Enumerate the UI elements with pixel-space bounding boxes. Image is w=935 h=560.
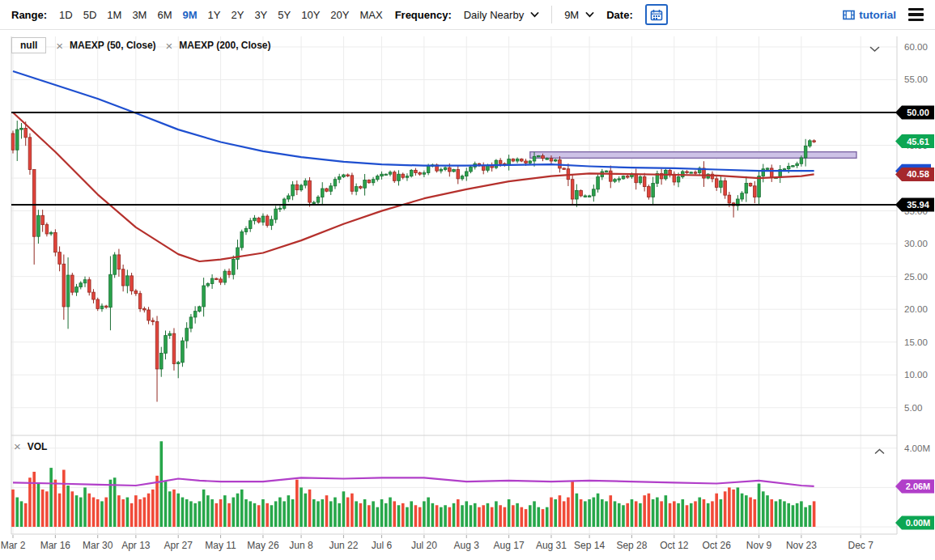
toolbar-right: tutorial (843, 4, 925, 25)
svg-text:Mar 30: Mar 30 (83, 540, 113, 551)
gridlines (11, 36, 897, 534)
svg-text:Oct 26: Oct 26 (702, 540, 731, 551)
x-axis-labels: Mar 2Mar 16Mar 30Apr 13Apr 27May 11May 2… (1, 535, 874, 551)
range-label: Range: (11, 9, 47, 21)
period-value: 9M (564, 9, 579, 21)
frequency-dropdown[interactable]: Daily Nearby (464, 9, 539, 21)
svg-text:Aug 31: Aug 31 (536, 540, 567, 551)
svg-text:Jun 22: Jun 22 (329, 540, 358, 551)
svg-text:May 11: May 11 (205, 540, 236, 551)
svg-text:50.00: 50.00 (907, 108, 929, 117)
toolbar-divider (551, 6, 552, 23)
svg-text:60.00: 60.00 (904, 42, 928, 52)
study-label: MAEXP (50, Close) (70, 40, 155, 51)
svg-text:10.00: 10.00 (904, 370, 928, 380)
axis-badges: 50.0035.9440.5845.612.06M0.00M (895, 106, 934, 530)
price-panel-legend: null × MAEXP (50, Close) × MAEXP (200, C… (11, 37, 271, 53)
svg-text:Aug 17: Aug 17 (494, 540, 525, 551)
chevron-down-icon (869, 46, 880, 53)
candlestick-series (11, 121, 815, 401)
svg-text:Aug 3: Aug 3 (454, 540, 480, 551)
svg-text:Mar 16: Mar 16 (40, 540, 71, 551)
svg-text:Sep 14: Sep 14 (574, 540, 605, 551)
svg-text:Jun 8: Jun 8 (289, 540, 313, 551)
film-tutorial-icon (843, 10, 855, 20)
range-option-1y[interactable]: 1Y (208, 9, 221, 21)
svg-text:Jul 20: Jul 20 (411, 540, 437, 551)
svg-text:Apr 27: Apr 27 (164, 540, 193, 551)
volume-panel-collapse-button[interactable] (873, 443, 886, 459)
remove-study-icon[interactable]: × (166, 40, 173, 52)
svg-text:Nov 23: Nov 23 (786, 540, 817, 551)
range-option-6m[interactable]: 6M (157, 9, 172, 21)
study-maexp-200: × MAEXP (200, Close) (166, 40, 271, 52)
calendar-icon (650, 9, 663, 21)
annotations (530, 152, 856, 159)
chevron-down-icon (530, 12, 539, 18)
price-axis-labels: 60.0055.0050.0045.0040.0035.0030.0025.00… (904, 42, 930, 453)
svg-text:Dec 7: Dec 7 (848, 540, 874, 551)
volume-ma-line (13, 477, 814, 486)
volume-panel-legend: × VOL (14, 440, 47, 452)
range-option-9m[interactable]: 9M (183, 9, 198, 21)
range-option-5y[interactable]: 5Y (278, 9, 291, 21)
study-label: MAEXP (200, Close) (179, 40, 270, 51)
range-option-10y[interactable]: 10Y (301, 9, 320, 21)
study-maexp-50: × MAEXP (50, Close) (56, 40, 155, 52)
volume-ma (13, 477, 814, 486)
chevron-down-icon (585, 12, 594, 18)
svg-text:25.00: 25.00 (904, 272, 928, 282)
svg-text:4.00M: 4.00M (904, 443, 930, 453)
range-option-3y[interactable]: 3Y (254, 9, 267, 21)
svg-text:55.00: 55.00 (904, 74, 928, 84)
svg-text:Mar 2: Mar 2 (1, 540, 26, 551)
ma50-line (13, 112, 814, 261)
chevron-up-icon (874, 448, 885, 455)
svg-text:20.00: 20.00 (904, 304, 928, 314)
chart-canvas: 60.0055.0050.0045.0040.0035.0030.0025.00… (0, 0, 935, 560)
study-label: VOL (28, 441, 48, 452)
svg-text:May 26: May 26 (247, 540, 279, 551)
rectangle-annotation (530, 152, 856, 159)
symbol-chip[interactable]: null (11, 37, 46, 53)
svg-text:35.94: 35.94 (907, 200, 929, 210)
date-label: Date: (606, 9, 633, 21)
svg-text:Nov 9: Nov 9 (746, 540, 772, 551)
svg-text:15.00: 15.00 (904, 337, 928, 347)
range-option-20y[interactable]: 20Y (330, 9, 349, 21)
period-dropdown[interactable]: 9M (564, 9, 594, 21)
range-option-2y[interactable]: 2Y (231, 9, 244, 21)
range-options: 1D5D1M3M6M9M1Y2Y3Y5Y10Y20YMAX (59, 9, 383, 21)
hamburger-menu-icon[interactable] (907, 4, 925, 25)
svg-text:5.00: 5.00 (904, 403, 922, 413)
frequency-label: Frequency: (395, 9, 452, 21)
svg-text:Sep 28: Sep 28 (616, 540, 647, 551)
range-option-1m[interactable]: 1M (107, 9, 121, 21)
svg-text:40.58: 40.58 (907, 169, 929, 179)
frequency-value: Daily Nearby (464, 9, 524, 21)
charting-app: 60.0055.0050.0045.0040.0035.0030.0025.00… (0, 0, 935, 560)
svg-text:Apr 13: Apr 13 (121, 540, 151, 551)
svg-text:Oct 12: Oct 12 (660, 540, 689, 551)
range-option-5d[interactable]: 5D (83, 9, 97, 21)
volume-bars (11, 441, 815, 527)
tutorial-link[interactable]: tutorial (843, 9, 896, 21)
range-option-3m[interactable]: 3M (132, 9, 147, 21)
svg-text:30.00: 30.00 (904, 239, 928, 248)
price-panel-collapse-button[interactable] (868, 41, 882, 57)
svg-text:Jul 6: Jul 6 (372, 540, 393, 551)
svg-text:2.06M: 2.06M (906, 482, 931, 491)
study-vol: × VOL (14, 440, 47, 452)
range-option-1d[interactable]: 1D (59, 9, 73, 21)
toolbar: Range: 1D5D1M3M6M9M1Y2Y3Y5Y10Y20YMAX Fre… (0, 0, 935, 30)
ma-lines (13, 112, 814, 261)
svg-text:45.61: 45.61 (907, 137, 929, 146)
remove-study-icon[interactable]: × (14, 440, 21, 452)
panel-borders (11, 36, 897, 534)
remove-study-icon[interactable]: × (56, 40, 63, 52)
svg-text:0.00M: 0.00M (906, 518, 931, 528)
tutorial-label: tutorial (859, 9, 896, 21)
date-picker-button[interactable] (645, 4, 668, 25)
range-option-max[interactable]: MAX (359, 9, 382, 21)
